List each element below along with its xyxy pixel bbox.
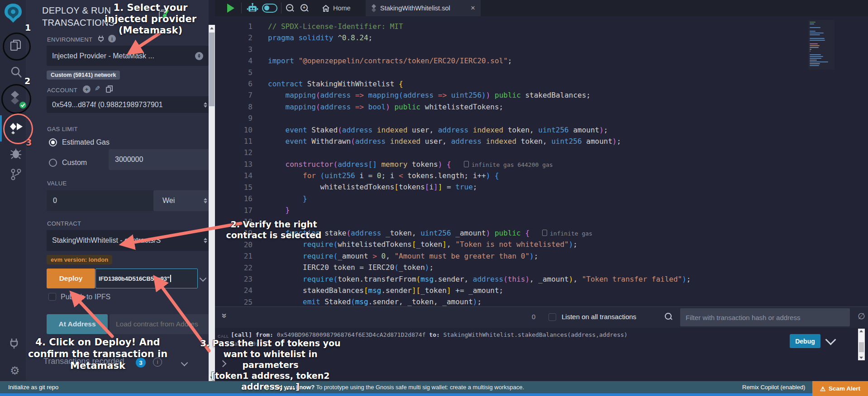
clear-console-icon[interactable]: ∅ [858, 311, 865, 321]
unit-stepper-icon[interactable] [204, 198, 207, 203]
value-unit: Wei [162, 197, 175, 205]
transaction-count: 0 [532, 313, 535, 321]
terminal-search-icon [665, 313, 672, 320]
account-value: 0x549...d874f (0.98821989737901 [52, 101, 163, 109]
deploy-run-icon[interactable] [9, 122, 24, 135]
panel-scrollbar[interactable] [209, 25, 215, 381]
scroll-down-button[interactable] [209, 374, 215, 381]
copy-account-icon[interactable] [106, 85, 113, 93]
terminal-side-expand-icon[interactable] [219, 360, 227, 368]
docs-icon[interactable] [158, 9, 167, 19]
terminal-log-line[interactable]: [call] from: 0x549BD967800987968764f6E3D… [231, 330, 628, 339]
at-address-input[interactable] [110, 314, 215, 334]
minimap[interactable] [808, 20, 835, 70]
edit-account-icon[interactable]: ✎ [95, 85, 100, 93]
add-account-icon[interactable]: + [83, 85, 91, 93]
contract-stepper-icon[interactable] [204, 238, 207, 243]
file-explorer-icon[interactable] [10, 39, 22, 52]
copilot-status[interactable]: Remix Copilot (enabled) [742, 384, 805, 391]
evm-version-badge: evm version: london [47, 255, 112, 264]
value-unit-select[interactable]: Wei [153, 190, 213, 211]
zoom-out-icon[interactable]: − [286, 4, 293, 11]
transactions-info-icon[interactable]: i [153, 358, 162, 367]
terminal-scrollbar[interactable] [858, 329, 865, 360]
solidity-file-icon [371, 4, 377, 12]
contract-value: StakingWithWhitelist - contracts/S [52, 236, 161, 245]
network-badge: Custom (59141) network [47, 71, 120, 80]
transactions-expand-icon[interactable] [181, 359, 188, 367]
contract-label: CONTRACT [47, 220, 81, 227]
contract-select[interactable]: StakingWithWhitelist - contracts/S [47, 230, 213, 251]
transactions-count-badge: 3 [136, 358, 146, 368]
debug-button[interactable]: Debug [790, 334, 820, 348]
copilot-robot-icon[interactable] [247, 3, 258, 14]
main-area: − + Home StakingWithWhitelist.sol × 1234… [215, 0, 868, 381]
panel-scrollbar-thumb[interactable] [209, 33, 215, 106]
publish-ipfs-label: Publish to IPFS [61, 293, 110, 301]
scam-alert-button[interactable]: ⚠ Scam Alert [812, 381, 868, 396]
custom-gas-label: Custom [62, 159, 87, 167]
account-label: ACCOUNT [47, 87, 77, 94]
expand-terminal-icon[interactable]: « [218, 313, 229, 318]
listen-all-label: Listen on all transactions [562, 313, 636, 321]
log-expand-icon[interactable] [825, 334, 836, 345]
filter-transactions-input[interactable] [680, 308, 850, 326]
transactions-recorded-label: Transactions recorded [43, 357, 124, 366]
account-select[interactable]: 0x549...d874f (0.98821989737901 [47, 96, 213, 113]
gutter: 1234567891011121314151617181920212223242… [215, 21, 253, 306]
close-tab-icon[interactable]: × [471, 4, 475, 13]
code-editor[interactable]: 1234567891011121314151617181920212223242… [215, 16, 868, 306]
environment-value: Injected Provider - MetaMask ... [52, 52, 154, 60]
remix-logo-icon[interactable] [3, 3, 23, 24]
plugin-manager-icon[interactable] [8, 337, 20, 349]
terminal-bar: « 0 Listen on all transactions ∅ [215, 307, 868, 328]
log-origin-label: CALL [218, 334, 229, 339]
environment-select[interactable]: Injected Provider - MetaMask ... [47, 46, 209, 66]
scroll-up-button[interactable] [209, 25, 215, 32]
git-icon[interactable] [10, 168, 22, 181]
solidity-compiler-icon[interactable] [8, 90, 22, 107]
home-tab-label: Home [333, 5, 351, 12]
deploy-params-expand-icon[interactable] [200, 275, 207, 282]
terminal-scrollbar-thumb[interactable] [859, 342, 864, 352]
terminal-log-data: data: 0x... [231, 340, 270, 347]
tab-home[interactable]: Home [318, 0, 354, 16]
did-you-know-tip: Did you know? To prototype using the Gno… [265, 384, 524, 391]
git-init-status[interactable]: Initialize as git repo [8, 384, 58, 391]
custom-gas-radio[interactable] [49, 159, 57, 167]
custom-gas-input[interactable] [109, 149, 215, 170]
environment-info-icon[interactable]: i [108, 35, 116, 42]
zoom-in-icon[interactable]: + [300, 4, 308, 11]
debugger-icon[interactable] [10, 147, 22, 159]
tab-staking-with-whitelist[interactable]: StakingWithWhitelist.sol × [366, 0, 481, 16]
listen-all-checkbox[interactable] [548, 313, 556, 321]
tip-label: Did you know? [273, 384, 315, 391]
estimated-gas-radio[interactable] [49, 138, 57, 146]
tip-text: To prototype using the Gnosis safe multi… [316, 384, 524, 391]
bottom-accent-strip [0, 393, 868, 396]
icon-rail: ⚙ [0, 0, 26, 381]
compile-success-badge [19, 101, 27, 109]
copilot-toggle-icon[interactable] [262, 4, 277, 13]
environment-stepper-icon[interactable] [195, 52, 203, 60]
account-stepper-icon[interactable] [204, 102, 207, 108]
environment-plug-icon[interactable] [98, 35, 104, 42]
at-address-button[interactable]: At Address [47, 314, 108, 334]
settings-gear-icon[interactable]: ⚙ [10, 364, 20, 377]
estimated-gas-label: Estimated Gas [62, 138, 110, 146]
status-bar: Initialize as git repo Did you know? To … [0, 381, 868, 393]
deploy-button[interactable]: Deploy [47, 269, 95, 288]
value-label: VALUE [47, 180, 67, 187]
publish-ipfs-checkbox[interactable] [48, 293, 56, 301]
terminal: « 0 Listen on all transactions ∅ CALL [c… [215, 306, 868, 381]
run-script-icon[interactable] [227, 4, 234, 13]
deploy-params-value: IFD1380b4D516CB59c93" [99, 275, 170, 282]
scam-alert-label: Scam Alert [829, 385, 860, 392]
deploy-run-panel: DEPLOY & RUN TRANSACTIONS ENVIRONMENT i … [26, 0, 209, 381]
gas-limit-label: GAS LIMIT [47, 126, 78, 132]
search-icon[interactable] [10, 66, 22, 79]
warning-icon: ⚠ [820, 385, 825, 392]
value-input[interactable] [47, 190, 165, 211]
deploy-params-input[interactable]: IFD1380b4D516CB59c93" [95, 269, 198, 288]
environment-label: ENVIRONMENT [47, 36, 92, 43]
